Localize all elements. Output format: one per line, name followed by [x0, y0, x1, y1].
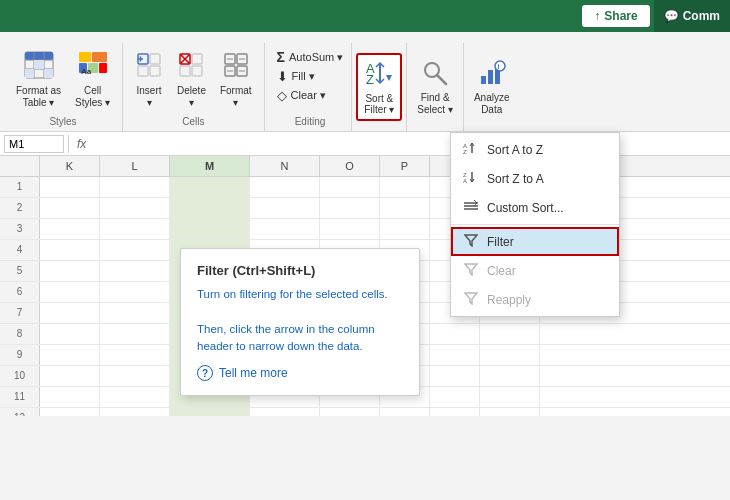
grid-cell[interactable]	[170, 177, 250, 197]
analyze-data-label: AnalyzeData	[474, 92, 510, 116]
col-header-l[interactable]: L	[100, 156, 170, 176]
grid-cell[interactable]	[250, 408, 320, 416]
row-number: 12	[0, 408, 40, 416]
grid-cell[interactable]	[100, 219, 170, 239]
grid-cell[interactable]	[170, 219, 250, 239]
column-headers: K L M N O P R S	[0, 156, 730, 177]
grid-cell[interactable]	[430, 366, 480, 386]
grid-cell[interactable]	[100, 345, 170, 365]
share-button[interactable]: ↑ Share	[582, 5, 649, 27]
menu-item-custom-sort[interactable]: Custom Sort...	[451, 193, 619, 222]
grid-cell[interactable]	[250, 198, 320, 218]
grid-cell[interactable]	[100, 366, 170, 386]
format-button[interactable]: Format▾	[214, 47, 258, 113]
table-row: 12	[0, 408, 730, 416]
menu-item-filter[interactable]: Filter	[451, 227, 619, 256]
comments-button[interactable]: 💬 Comm	[654, 0, 730, 32]
formula-input[interactable]	[94, 138, 726, 150]
clear-button[interactable]: ◇ Clear ▾	[271, 86, 332, 105]
sort-filter-label: Sort &Filter ▾	[364, 93, 394, 115]
grid-cell[interactable]	[250, 177, 320, 197]
grid-cell[interactable]	[380, 219, 430, 239]
menu-item-sort-z-a[interactable]: Z A Sort Z to A	[451, 164, 619, 193]
grid-cell[interactable]	[480, 387, 540, 407]
grid-cell[interactable]	[100, 324, 170, 344]
col-header-m[interactable]: M	[170, 156, 250, 176]
col-header-p[interactable]: P	[380, 156, 430, 176]
grid-cell[interactable]	[250, 219, 320, 239]
grid-cell[interactable]	[40, 345, 100, 365]
grid-cell[interactable]	[480, 345, 540, 365]
grid-cell[interactable]	[100, 282, 170, 302]
grid-cell[interactable]	[480, 366, 540, 386]
svg-rect-10	[92, 52, 107, 62]
grid-cell[interactable]	[40, 408, 100, 416]
row-number: 9	[0, 345, 40, 365]
grid-cell[interactable]	[100, 303, 170, 323]
tooltip-title: Filter (Ctrl+Shift+L)	[197, 263, 403, 278]
col-header-o[interactable]: O	[320, 156, 380, 176]
grid-cell[interactable]	[100, 240, 170, 260]
svg-rect-7	[44, 69, 53, 78]
cell-reference-input[interactable]	[4, 135, 64, 153]
grid-cell[interactable]	[100, 261, 170, 281]
grid-cell[interactable]	[40, 219, 100, 239]
clear-filter-label: Clear	[487, 264, 516, 278]
grid-cell[interactable]	[40, 261, 100, 281]
grid-cell[interactable]	[430, 408, 480, 416]
delete-button[interactable]: Delete▾	[171, 47, 212, 113]
svg-rect-42	[488, 70, 493, 84]
svg-marker-55	[465, 235, 477, 246]
fill-button[interactable]: ⬇ Fill ▾	[271, 67, 321, 86]
help-circle-icon: ?	[197, 365, 213, 381]
fill-label: Fill ▾	[292, 70, 315, 83]
col-header-k[interactable]: K	[40, 156, 100, 176]
sort-filter-button[interactable]: A Z Sort &Filter ▾	[356, 53, 402, 121]
format-table-label: Format asTable ▾	[16, 85, 61, 109]
grid-cell[interactable]	[380, 177, 430, 197]
grid-cell[interactable]	[320, 177, 380, 197]
grid-cell[interactable]	[40, 177, 100, 197]
grid-cell[interactable]	[380, 198, 430, 218]
svg-rect-18	[150, 66, 160, 76]
grid-cell[interactable]	[100, 387, 170, 407]
tooltip-tell-more-link[interactable]: ? Tell me more	[197, 365, 403, 381]
grid-cell[interactable]	[100, 198, 170, 218]
row-number: 4	[0, 240, 40, 260]
grid-cell[interactable]	[430, 387, 480, 407]
grid-cell[interactable]	[40, 198, 100, 218]
ribbon-group-editing: Σ AutoSum ▾ ⬇ Fill ▾ ◇ Clear ▾ Editing	[265, 43, 353, 131]
cell-styles-button[interactable]: Aa CellStyles ▾	[69, 47, 116, 113]
find-select-button[interactable]: Find &Select ▾	[411, 54, 459, 120]
format-as-table-button[interactable]: Format asTable ▾	[10, 47, 67, 113]
grid-cell[interactable]	[40, 366, 100, 386]
clear-filter-icon	[463, 262, 479, 279]
autosum-button[interactable]: Σ AutoSum ▾	[271, 47, 350, 67]
col-header-n[interactable]: N	[250, 156, 320, 176]
grid-cell[interactable]	[40, 240, 100, 260]
svg-rect-1	[25, 52, 53, 60]
analyze-data-icon: i	[478, 58, 506, 90]
grid-cell[interactable]	[320, 198, 380, 218]
analyze-data-button[interactable]: i AnalyzeData	[468, 54, 516, 120]
grid-cell[interactable]	[170, 408, 250, 416]
grid-cell[interactable]	[430, 324, 480, 344]
grid-cell[interactable]	[320, 219, 380, 239]
grid-cell[interactable]	[320, 408, 380, 416]
grid-cell[interactable]	[100, 408, 170, 416]
grid-cell[interactable]	[480, 408, 540, 416]
insert-button[interactable]: Insert▾	[129, 47, 169, 113]
menu-item-reapply: Reapply	[451, 285, 619, 314]
grid-cell[interactable]	[40, 282, 100, 302]
grid-cell[interactable]	[40, 303, 100, 323]
grid-cell[interactable]	[170, 198, 250, 218]
grid-cell[interactable]	[380, 408, 430, 416]
grid-cell[interactable]	[40, 324, 100, 344]
grid-cell[interactable]	[480, 324, 540, 344]
grid-cell[interactable]	[430, 345, 480, 365]
custom-sort-label: Custom Sort...	[487, 201, 564, 215]
grid-cell[interactable]	[40, 387, 100, 407]
grid-cell[interactable]	[100, 177, 170, 197]
menu-item-sort-a-z[interactable]: A Z Sort A to Z	[451, 135, 619, 164]
ribbon-group-cells: Insert▾ Delete▾	[123, 43, 265, 131]
